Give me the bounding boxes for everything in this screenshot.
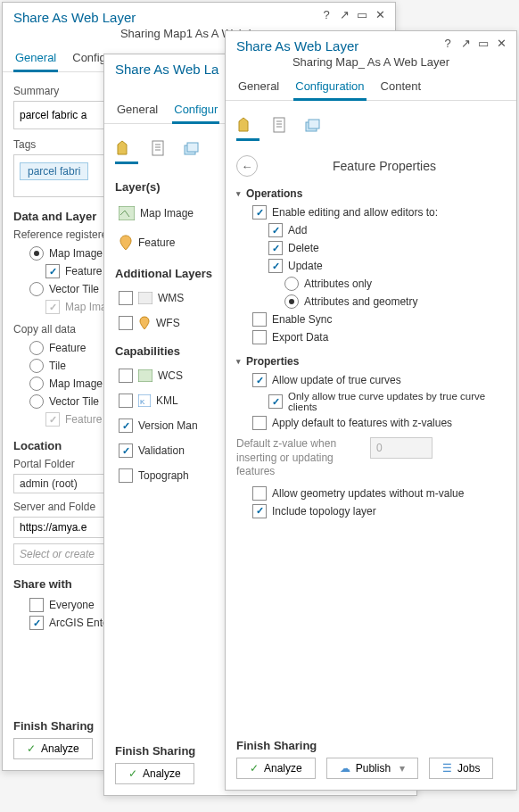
radio-tile-label: Tile	[49, 360, 66, 372]
titlebar: Share As Web Layer ? ↗ ▭ ✕	[3, 3, 395, 25]
enable-sync-label: Enable Sync	[272, 313, 332, 326]
minimize-icon[interactable]: ▭	[475, 35, 491, 51]
include-topology-label: Include topology layer	[272, 505, 376, 518]
window-title: Share As Web La	[115, 58, 218, 77]
radio-vector-tile-copy[interactable]	[29, 394, 44, 409]
check-enable-editing[interactable]	[252, 205, 267, 220]
svg-rect-11	[274, 118, 284, 132]
layer-map-image[interactable]: Map Image	[140, 207, 194, 220]
tab-configuration[interactable]: Configuration	[293, 76, 366, 101]
topograph-label: Topograph	[138, 469, 189, 482]
only-true-curve-clients-label: Only allow true curve updates by true cu…	[288, 391, 506, 412]
check-apply-z-default[interactable]	[252, 416, 267, 430]
check-delete[interactable]	[268, 241, 283, 255]
check-export-data[interactable]	[252, 330, 267, 344]
analyze-button[interactable]: ✓Analyze	[115, 763, 194, 784]
tab-general[interactable]: General	[13, 47, 58, 72]
minimize-icon[interactable]: ▭	[354, 6, 370, 22]
help-icon[interactable]: ?	[318, 6, 334, 22]
check-wcs[interactable]	[119, 369, 133, 383]
tabs: General Configuration Content	[226, 74, 516, 101]
check-feature-label: Feature	[65, 265, 102, 278]
enable-editing-label: Enable editing and allow editors to:	[272, 206, 438, 219]
tab-configuration[interactable]: Configur	[172, 99, 219, 124]
check-wms[interactable]	[119, 291, 133, 305]
delete-label: Delete	[288, 242, 319, 254]
radio-map-image[interactable]	[29, 246, 44, 261]
cloud-icon: ☁	[340, 762, 350, 775]
stack-icon[interactable]	[301, 115, 324, 135]
dock-icon[interactable]: ↗	[457, 35, 474, 51]
stack-icon[interactable]	[179, 138, 202, 158]
svg-rect-16	[309, 120, 319, 128]
chevron-down-icon: ▾	[400, 762, 405, 775]
layer-folder-icon[interactable]	[236, 115, 260, 141]
radio-vector-tile-label: Vector Tile	[49, 283, 99, 295]
layer-folder-icon[interactable]	[115, 138, 138, 164]
check-everyone-label: Everyone	[49, 599, 95, 611]
document-icon[interactable]	[268, 115, 292, 135]
validation-label: Validation	[138, 444, 185, 457]
check-topograph[interactable]	[119, 468, 133, 483]
feature-properties-title: Feature Properties	[263, 159, 506, 173]
apply-z-default-label: Apply default to features with z-values	[272, 417, 452, 429]
check-feature-copy-label: Feature	[65, 413, 102, 426]
list-icon: ☰	[442, 762, 452, 775]
check-kml[interactable]	[119, 394, 133, 408]
publish-button[interactable]: ☁Publish▾	[326, 758, 418, 779]
wcs-label: WCS	[158, 369, 183, 382]
check-version-man[interactable]	[119, 418, 133, 433]
check-icon: ✓	[27, 742, 36, 755]
check-update[interactable]	[268, 259, 283, 273]
tab-general[interactable]: General	[115, 99, 160, 124]
check-feature[interactable]	[45, 264, 60, 278]
properties-collapser[interactable]: ▾Properties	[236, 355, 506, 368]
default-z-input	[370, 437, 432, 459]
analyze-button[interactable]: ✓Analyze	[13, 738, 93, 759]
check-validation[interactable]	[119, 443, 133, 458]
tab-general[interactable]: General	[236, 76, 281, 101]
jobs-button[interactable]: ☰Jobs	[429, 758, 493, 779]
check-wfs[interactable]	[119, 316, 133, 330]
back-button[interactable]: ←	[236, 155, 258, 177]
check-map-ima	[45, 300, 60, 314]
layer-feature[interactable]: Feature	[138, 236, 175, 249]
tag-chip[interactable]: parcel fabri	[20, 162, 88, 180]
check-include-topology[interactable]	[252, 504, 267, 518]
analyze-button[interactable]: ✓Analyze	[236, 758, 316, 779]
check-arcgis-ent-label: ArcGIS Ente	[49, 617, 109, 629]
dock-icon[interactable]: ↗	[336, 6, 352, 22]
window-title: Share As Web Layer	[236, 35, 358, 54]
radio-vector-tile-copy-label: Vector Tile	[49, 395, 99, 408]
document-icon[interactable]	[147, 138, 170, 158]
help-icon[interactable]: ?	[440, 35, 456, 51]
check-add[interactable]	[268, 223, 283, 237]
check-allow-true-curves[interactable]	[252, 373, 267, 387]
close-icon[interactable]: ✕	[493, 35, 509, 51]
radio-vector-tile[interactable]	[29, 282, 44, 296]
chevron-down-icon: ▾	[236, 189, 241, 198]
radio-attr-only[interactable]	[284, 277, 299, 291]
add-label: Add	[288, 224, 307, 236]
radio-map-image-copy-label: Map Image	[49, 377, 103, 390]
check-arcgis-ent[interactable]	[29, 616, 44, 630]
operations-collapser[interactable]: ▾Operations	[236, 187, 506, 200]
check-everyone[interactable]	[29, 598, 44, 612]
check-enable-sync[interactable]	[252, 312, 267, 327]
wcs-icon	[138, 369, 152, 382]
check-allow-m-updates[interactable]	[252, 486, 267, 501]
close-icon[interactable]: ✕	[372, 6, 388, 22]
tab-content[interactable]: Content	[379, 76, 424, 101]
window-title: Share As Web Layer	[13, 6, 136, 25]
radio-map-image-copy[interactable]	[29, 377, 44, 391]
wms-label: WMS	[158, 292, 184, 304]
kml-icon: K	[138, 394, 151, 407]
radio-feature-copy[interactable]	[29, 341, 44, 355]
radio-tile[interactable]	[29, 359, 44, 373]
finish-sharing-header: Finish Sharing	[236, 739, 506, 752]
svg-rect-7	[138, 292, 152, 304]
check-only-true-curve-clients[interactable]	[268, 394, 283, 409]
check-feature-copy	[45, 412, 60, 427]
update-label: Update	[288, 260, 323, 272]
radio-attr-geom[interactable]	[284, 294, 299, 309]
